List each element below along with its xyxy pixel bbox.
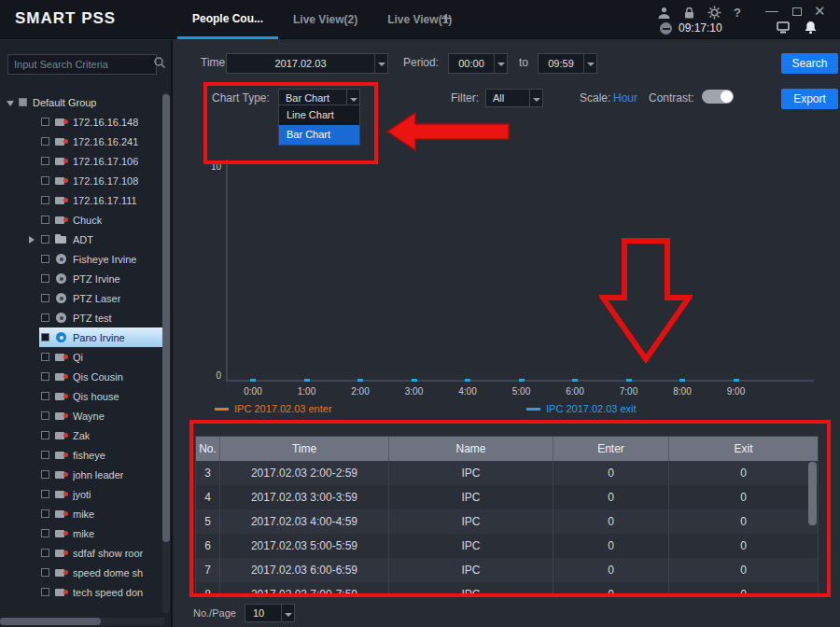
per-page-select[interactable]: 10 <box>245 604 295 622</box>
tree-item[interactable]: 172.16.17.106 <box>0 151 164 171</box>
period-from-select[interactable]: 00:00 <box>448 53 508 74</box>
contrast-toggle[interactable] <box>702 90 734 104</box>
search-icon[interactable] <box>152 55 171 74</box>
tree-item[interactable]: mike <box>0 504 164 523</box>
tree-item[interactable]: Chuck <box>0 210 164 230</box>
device-checkbox[interactable] <box>41 588 49 596</box>
tree-item[interactable]: 172.16.16.148 <box>0 112 164 132</box>
device-checkbox[interactable] <box>41 372 49 381</box>
search-button[interactable]: Search <box>781 53 838 74</box>
legend-exit-swatch <box>526 408 540 411</box>
camera-icon <box>55 468 68 481</box>
expand-arrow-icon[interactable] <box>26 235 39 244</box>
device-tree: Default Group 172.16.16.148 172.16.16.24… <box>0 92 164 602</box>
maximize-icon[interactable] <box>792 7 802 16</box>
device-checkbox[interactable] <box>41 470 49 479</box>
tab[interactable]: People Cou... <box>177 0 278 39</box>
zero-bar-mark <box>734 379 739 382</box>
device-checkbox[interactable] <box>41 392 49 400</box>
tree-item[interactable]: jyoti <box>0 484 164 504</box>
device-checkbox[interactable] <box>41 255 49 263</box>
chevron-down-icon <box>529 90 542 106</box>
alarm-bell-icon[interactable] <box>804 21 819 35</box>
table-scrollbar[interactable] <box>808 462 817 525</box>
user-icon[interactable] <box>657 6 672 21</box>
scale-value-link[interactable]: Hour <box>613 91 637 104</box>
export-button[interactable]: Export <box>781 89 838 109</box>
tree-item[interactable]: mike <box>0 523 164 543</box>
device-checkbox[interactable] <box>41 333 49 341</box>
device-checkbox[interactable] <box>41 176 49 185</box>
period-to-select[interactable]: 09:59 <box>538 53 597 74</box>
minimize-icon[interactable]: — <box>765 4 778 17</box>
device-checkbox[interactable] <box>41 235 49 244</box>
legend-enter-swatch <box>215 408 229 411</box>
group-checkbox[interactable] <box>19 98 27 106</box>
device-checkbox[interactable] <box>41 451 49 459</box>
y-tick-min: 0 <box>197 370 221 381</box>
tree-item[interactable]: Wayne <box>0 406 164 425</box>
tree-item[interactable]: john leader <box>0 465 164 484</box>
annotation-arrow-down <box>599 238 693 363</box>
tree-item[interactable]: speed dome sh <box>0 563 164 582</box>
device-checkbox[interactable] <box>41 157 49 165</box>
tree-item[interactable]: Pano Irvine <box>0 327 164 347</box>
lock-icon[interactable] <box>682 6 697 21</box>
device-checkbox[interactable] <box>41 216 49 224</box>
tree-item[interactable]: Qis house <box>0 386 164 406</box>
time-label: Time: <box>201 56 229 69</box>
zero-bar-mark <box>465 379 470 382</box>
device-checkbox[interactable] <box>41 196 49 204</box>
gear-icon[interactable] <box>707 6 722 21</box>
device-checkbox[interactable] <box>41 274 49 283</box>
device-label: Wayne <box>73 411 105 422</box>
tree-item[interactable]: tech speed don <box>0 582 164 602</box>
tree-item[interactable]: sdfaf show roor <box>0 543 164 563</box>
new-tab-button[interactable]: + <box>435 8 457 31</box>
close-icon[interactable]: ✕ <box>814 5 826 18</box>
device-label: Zak <box>73 430 90 441</box>
device-checkbox[interactable] <box>41 314 49 322</box>
help-icon[interactable]: ? <box>734 7 741 20</box>
device-checkbox[interactable] <box>41 411 49 420</box>
device-checkbox[interactable] <box>41 137 49 146</box>
tree-item[interactable]: ADT <box>0 230 164 249</box>
device-checkbox[interactable] <box>41 568 49 577</box>
sidebar-vertical-scrollbar[interactable] <box>162 92 170 613</box>
device-checkbox[interactable] <box>41 490 49 498</box>
device-checkbox[interactable] <box>41 529 49 537</box>
time-select[interactable]: 2017.02.03 <box>226 53 388 74</box>
device-sidebar: Default Group 172.16.16.148 172.16.16.24… <box>0 40 173 627</box>
filter-select[interactable]: All <box>485 89 543 107</box>
collapse-arrow-icon[interactable] <box>6 98 19 107</box>
camera-icon <box>55 135 68 147</box>
tree-item[interactable]: Qis Cousin <box>0 367 164 386</box>
tree-item[interactable]: 172.16.17.111 <box>0 190 164 210</box>
folder-icon <box>55 233 68 245</box>
camera-icon <box>55 547 68 559</box>
tree-item[interactable]: Qi <box>0 347 164 367</box>
device-checkbox[interactable] <box>41 549 49 557</box>
tree-item[interactable]: 172.16.16.241 <box>0 132 164 151</box>
tree-item[interactable]: PTZ Irvine <box>0 269 164 288</box>
tree-item[interactable]: PTZ Laser <box>0 288 164 308</box>
tree-item[interactable]: Zak <box>0 425 164 445</box>
tree-group-default[interactable]: Default Group <box>0 92 164 112</box>
tree-item[interactable]: Fisheye Irvine <box>0 249 164 269</box>
tab[interactable]: Live View(2) <box>278 0 372 39</box>
tree-item[interactable]: fisheye <box>0 445 164 465</box>
menu-option-bar-chart[interactable]: Bar Chart <box>279 125 359 145</box>
device-checkbox[interactable] <box>41 509 49 518</box>
tree-item[interactable]: PTZ test <box>0 308 164 327</box>
x-tick-label: 3:00 <box>392 386 437 397</box>
device-checkbox[interactable] <box>41 118 49 126</box>
device-checkbox[interactable] <box>41 353 49 361</box>
device-manager-icon[interactable] <box>776 21 791 35</box>
sidebar-horizontal-scrollbar[interactable] <box>0 618 164 625</box>
menu-option-line-chart[interactable]: Line Chart <box>279 105 359 125</box>
x-tick-label: 8:00 <box>660 386 705 397</box>
device-checkbox[interactable] <box>41 431 49 439</box>
tree-item[interactable]: 172.16.17.108 <box>0 171 164 190</box>
device-checkbox[interactable] <box>41 294 49 302</box>
search-input[interactable] <box>8 59 152 70</box>
